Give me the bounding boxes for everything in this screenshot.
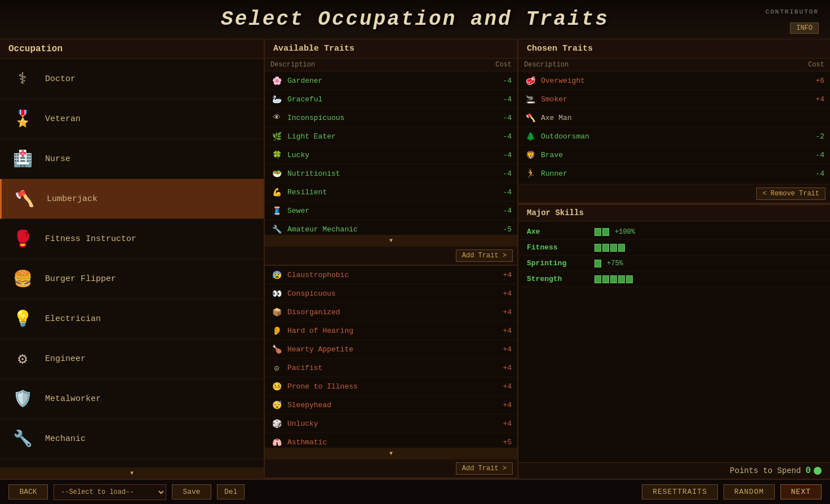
trait-cost: -4 [495,170,512,178]
positive-trait-resilient[interactable]: 💪 Resilient -4 [265,183,517,202]
save-button[interactable]: Save [172,484,211,499]
negative-traits-list: 😰 Claustrophobic +4 👀 Conspicuous +4 📦 D… [265,266,517,448]
load-select[interactable]: --Select to load-- [54,484,166,500]
trait-name: Gardener [287,77,495,85]
add-trait-button[interactable]: Add Trait > [456,249,513,262]
next-button[interactable]: NEXT [780,484,822,499]
traits-panel: Available Traits Description Cost 🌸 Gard… [265,39,518,479]
negative-trait-sleepyhead[interactable]: 😴 Sleepyhead +4 [265,396,517,414]
chosen-trait-name: Runner [541,170,807,178]
negative-trait-pacifist[interactable]: ☮ Pacifist +4 [265,359,517,377]
contributor-badge: CONTRIBUTOR [765,8,819,15]
positive-trait-light-eater[interactable]: 🌿 Light Eater -4 [265,127,517,146]
skill-pip [610,244,617,252]
chosen-trait-name: Smoker [541,95,807,104]
trait-name: Asthmatic [287,438,495,447]
chosen-trait-overweight[interactable]: 🥩 Overweight +6 [518,72,830,90]
positive-trait-nutritionist[interactable]: 🥗 Nutritionist -4 [265,164,517,183]
chosen-trait-outdoorsman[interactable]: 🌲 Outdoorsman -2 [518,127,830,146]
occupation-icon-lumberjack: 🪓 [10,185,38,213]
random-button[interactable]: RANDOM [724,484,775,499]
negative-trait-unlucky[interactable]: 🎲 Unlucky +4 [265,414,517,433]
occupation-name-burger-flipper: Burger Flipper [45,274,116,284]
trait-icon: 😰 [270,269,283,281]
positive-trait-amateur-mechanic[interactable]: 🔧 Amateur Mechanic -5 [265,220,517,235]
occupation-item-electrician[interactable]: 💡Electrician [0,299,264,339]
trait-name: Sleepyhead [287,401,495,409]
negative-trait-claustrophobic[interactable]: 😰 Claustrophobic +4 [265,266,517,284]
occupation-name-nurse: Nurse [45,154,70,164]
skill-pip [594,228,601,236]
chosen-trait-cost: +6 [807,77,824,85]
chosen-trait-icon: 🦁 [524,149,536,161]
occupation-icon-mechanic: 🔧 [8,425,37,453]
chosen-trait-runner[interactable]: 🏃 Runner -4 [518,164,830,183]
skill-pip [594,244,601,252]
occupation-item-veteran[interactable]: 🎖️Veteran [0,99,264,139]
trait-icon: 🔧 [270,223,283,235]
negative-trait-asthmatic[interactable]: 🫁 Asthmatic +5 [265,433,517,448]
chosen-trait-smoker[interactable]: 🚬 Smoker +4 [518,90,830,109]
occupation-item-metalworker[interactable]: 🛡️Metalworker [0,379,264,419]
trait-cost: +4 [495,327,512,335]
trait-icon: 🧵 [270,204,283,217]
footer-right: RESETTRAITS RANDOM NEXT [642,484,822,499]
trait-icon: 😴 [270,399,283,411]
neg-traits-scroll-down[interactable]: ▼ [265,448,517,459]
positive-trait-graceful[interactable]: 🦢 Graceful -4 [265,90,517,109]
trait-icon: 👀 [270,287,283,300]
trait-icon: 🫁 [270,436,283,448]
chosen-trait-cost: -4 [807,170,824,178]
skill-pip [602,244,609,252]
occupation-item-lumberjack[interactable]: 🪓Lumberjack [0,179,264,219]
trait-icon: 🦢 [270,93,283,105]
trait-cost: -4 [495,77,512,85]
positive-trait-gardener[interactable]: 🌸 Gardener -4 [265,72,517,90]
negative-trait-hearty-appetite[interactable]: 🍗 Hearty Appetite +4 [265,340,517,359]
remove-trait-button[interactable]: < Remove Trait [756,188,825,200]
trait-name: Hearty Appetite [287,345,495,354]
occupation-panel: Occupation ⚕️Doctor🎖️Veteran🏥Nurse🪓Lumbe… [0,39,265,479]
trait-icon: 🌸 [270,74,283,87]
trait-name: Conspicuous [287,289,495,298]
negative-trait-prone-to-illness[interactable]: 🤒 Prone to Illness +4 [265,377,517,396]
skill-bar-container: +100% [594,228,822,236]
occupation-item-nurse[interactable]: 🏥Nurse [0,139,264,179]
add-trait-button-2[interactable]: Add Trait > [456,462,513,475]
trait-icon: 🤒 [270,380,283,393]
skill-bar-container: +75% [594,260,822,267]
negative-trait-hard-of-hearing[interactable]: 👂 Hard of Hearing +4 [265,322,517,340]
positive-trait-sewer[interactable]: 🧵 Sewer -4 [265,202,517,220]
chosen-trait-icon: 🚬 [524,93,536,105]
chosen-col-headers: Description Cost [518,59,830,72]
page-title: Select Occupation and Traits [221,8,609,31]
occupation-item-burger-flipper[interactable]: 🍔Burger Flipper [0,259,264,299]
trait-name: Amateur Mechanic [287,225,495,234]
negative-trait-conspicuous[interactable]: 👀 Conspicuous +4 [265,284,517,303]
chosen-trait-name: Brave [541,151,807,159]
positive-trait-inconspicuous[interactable]: 👁 Inconspicuous -4 [265,109,517,127]
skill-item-fitness: Fitness [518,240,830,256]
occupation-item-mechanic[interactable]: 🔧Mechanic [0,419,264,459]
occupation-icon-doctor: ⚕️ [8,65,37,93]
skill-pip [602,275,609,283]
trait-name: Pacifist [287,364,495,372]
del-button[interactable]: Del [217,484,245,499]
pos-traits-scroll-down[interactable]: ▼ [265,235,517,246]
occupation-item-engineer[interactable]: ⚙️Engineer [0,339,264,379]
trait-icon: 🍀 [270,149,283,161]
chosen-trait-axe-man[interactable]: 🪓 Axe Man [518,109,830,127]
info-button[interactable]: INFO [790,23,819,34]
occupation-scroll-down[interactable]: ▼ [0,467,264,479]
trait-name: Sewer [287,207,495,215]
occupation-item-fitness-instructor[interactable]: 🥊Fitness Instructor [0,219,264,259]
occupation-item-doctor[interactable]: ⚕️Doctor [0,59,264,99]
skill-name: Axe [527,228,594,236]
positive-trait-lucky[interactable]: 🍀 Lucky -4 [265,146,517,164]
back-button[interactable]: BACK [8,484,48,499]
trait-icon: 🍗 [270,343,283,355]
chosen-trait-brave[interactable]: 🦁 Brave -4 [518,146,830,164]
negative-trait-disorganized[interactable]: 📦 Disorganized +4 [265,303,517,322]
reset-traits-button[interactable]: RESETTRAITS [642,484,718,499]
skill-bar-container [594,275,822,283]
